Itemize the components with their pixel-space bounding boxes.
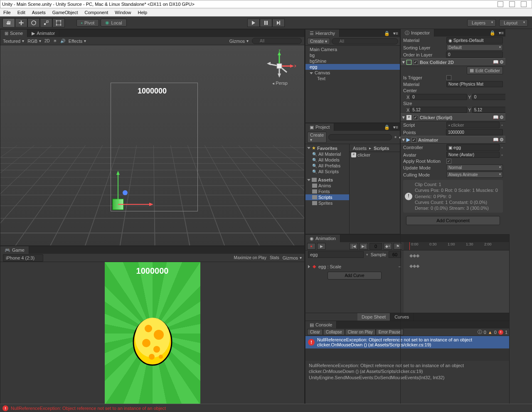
lock-icon[interactable]: 🔒	[488, 30, 497, 36]
lighting-icon[interactable]: ☀	[53, 39, 57, 43]
panel-menu-icon[interactable]: ▾≡	[392, 125, 400, 130]
hierarchy-create-button[interactable]: Create ▾	[307, 38, 330, 44]
help-icon[interactable]: 📖	[493, 115, 499, 120]
help-icon[interactable]: 📖	[493, 59, 499, 65]
fav-materials[interactable]: 🔍All Material	[305, 151, 349, 157]
gear-icon[interactable]: ⚙	[500, 137, 504, 142]
edit-collider-button[interactable]: ▦Edit Collider	[467, 66, 503, 74]
hierarchy-item-text[interactable]: Text	[305, 76, 400, 81]
layers-dropdown[interactable]: Layers	[467, 19, 496, 27]
tab-console[interactable]: ▤Console	[305, 321, 337, 329]
panel-menu-icon[interactable]: ▾≡	[392, 31, 400, 36]
clear-on-play-button[interactable]: Clear on Play	[345, 329, 376, 335]
tab-scene[interactable]: ⊞Scene	[0, 29, 27, 37]
rect-tool-icon[interactable]	[52, 18, 65, 27]
script-field[interactable]: ▪ clicker	[446, 122, 500, 128]
culling-mode-dropdown[interactable]: Always Animate	[446, 172, 503, 178]
tab-animator[interactable]: ▶Animator	[27, 29, 59, 37]
trigger-checkbox[interactable]	[446, 75, 451, 80]
frame-field[interactable]	[369, 243, 382, 250]
anim-play-icon[interactable]: ▶	[317, 243, 325, 250]
menu-help[interactable]: Help	[138, 10, 147, 15]
assets-folder[interactable]: Assets	[305, 177, 349, 183]
menu-edit[interactable]: Edit	[17, 10, 25, 15]
2d-toggle[interactable]: 2D	[44, 39, 50, 43]
root-motion-checkbox[interactable]: ✓	[446, 159, 451, 164]
persp-label[interactable]: ◂ Persp	[272, 81, 288, 86]
play-button-icon[interactable]	[247, 19, 260, 27]
audio-icon[interactable]: 🔊	[60, 39, 65, 43]
fav-prefabs[interactable]: 🔍All Prefabs	[305, 163, 349, 169]
scene-search-input[interactable]	[252, 38, 302, 44]
add-curve-button[interactable]: Add Curve	[328, 272, 381, 280]
add-component-button[interactable]: Add Component	[406, 216, 500, 225]
fav-scripts[interactable]: 🔍All Scripts	[305, 169, 349, 174]
hierarchy-item-egg[interactable]: egg	[305, 64, 400, 70]
pivot-toggle[interactable]: ▪Pivot	[76, 19, 99, 27]
local-toggle[interactable]: ◉Local	[101, 19, 126, 27]
lock-icon[interactable]: 🔒	[382, 31, 392, 36]
size-y-field[interactable]	[472, 107, 505, 113]
folder-sprites[interactable]: Sprites	[305, 200, 349, 206]
menu-gameobject[interactable]: GameObject	[52, 10, 78, 15]
maximize-toggle[interactable]: Maximize on Play	[234, 255, 266, 260]
avatar-field[interactable]: None (Avatar)	[446, 152, 500, 158]
render-mode-dropdown[interactable]: RGB ▾	[27, 39, 41, 44]
collider-enabled-checkbox[interactable]: ✓	[413, 60, 418, 65]
folder-anims[interactable]: Anims	[305, 183, 349, 189]
close-icon[interactable]	[521, 1, 527, 7]
step-button-icon[interactable]	[272, 19, 285, 27]
gear-icon[interactable]: ⚙	[500, 115, 504, 120]
collider-material-field[interactable]: None (Physics Mat	[446, 81, 503, 87]
record-button-icon[interactable]: ●	[307, 243, 315, 250]
material-field[interactable]: ◉ Sprites-Default	[446, 37, 503, 44]
favorites-header[interactable]: ★Favorites	[305, 145, 349, 151]
update-mode-dropdown[interactable]: Normal	[446, 164, 503, 171]
hierarchy-item-camera[interactable]: Main Camera	[305, 47, 400, 52]
scale-tool-icon[interactable]	[40, 18, 52, 27]
draw-mode-dropdown[interactable]: Textured ▾	[3, 39, 24, 44]
prev-key-icon[interactable]: |◀	[350, 243, 358, 250]
sorting-layer-dropdown[interactable]: Default	[446, 44, 503, 51]
hierarchy-item-bg[interactable]: bg	[305, 52, 400, 58]
controller-field[interactable]: ▣ egg	[446, 144, 500, 151]
anim-track[interactable]: ◆egg : Scale−	[305, 263, 404, 270]
tab-project[interactable]: ▣Project	[305, 123, 334, 131]
next-key-icon[interactable]: ▶|	[360, 243, 368, 250]
folder-fonts[interactable]: Fonts	[305, 189, 349, 194]
error-pause-button[interactable]: Error Pause	[376, 329, 404, 335]
game-viewport[interactable]: 1000000	[105, 262, 200, 405]
menu-window[interactable]: Window	[115, 10, 131, 15]
hierarchy-item-bgshine[interactable]: bgShine	[305, 58, 400, 64]
hand-tool-icon[interactable]	[2, 18, 15, 27]
collapse-button[interactable]: Collapse	[323, 329, 345, 335]
move-tool-icon[interactable]	[15, 18, 27, 27]
panel-menu-icon[interactable]: ▾≡	[497, 30, 505, 36]
lock-icon[interactable]: 🔒	[382, 125, 392, 130]
sample-field[interactable]	[389, 251, 401, 258]
menu-assets[interactable]: Assets	[32, 10, 46, 15]
center-y-field[interactable]	[472, 94, 505, 100]
script-enabled-checkbox[interactable]: ✓	[413, 115, 418, 120]
tab-game[interactable]: 🎮Game	[0, 246, 29, 254]
project-breadcrumb[interactable]: Assets ▸ Scripts	[350, 145, 400, 152]
maximize-icon[interactable]	[509, 1, 515, 7]
orientation-gizmo-icon[interactable]: y x	[263, 49, 296, 83]
tab-dopesheet[interactable]: Dope Sheet	[357, 313, 390, 321]
gear-icon[interactable]: ⚙	[500, 59, 504, 65]
effects-dropdown[interactable]: Effects ▾	[69, 39, 86, 44]
tab-hierarchy[interactable]: ☰Hierarchy	[305, 29, 340, 37]
box-collider-header[interactable]: ▾✓ Box Collider 2D 📖⚙	[401, 58, 505, 66]
hierarchy-item-canvas[interactable]: Canvas	[305, 70, 400, 76]
help-icon[interactable]: 📖	[493, 137, 499, 142]
project-create-button[interactable]: Create ▾	[307, 132, 327, 143]
scene-viewport[interactable]: 1000000 y	[0, 45, 304, 245]
rotate-tool-icon[interactable]	[27, 18, 40, 27]
animator-enabled-checkbox[interactable]: ✓	[411, 137, 416, 142]
statusbar[interactable]: ! NullReferenceException: Object referen…	[0, 404, 532, 412]
minimize-icon[interactable]	[498, 1, 503, 7]
menu-file[interactable]: File	[3, 10, 11, 15]
project-search-input[interactable]	[328, 134, 392, 140]
add-key-icon[interactable]: ◆+	[384, 243, 392, 250]
stats-toggle[interactable]: Stats	[270, 255, 279, 260]
